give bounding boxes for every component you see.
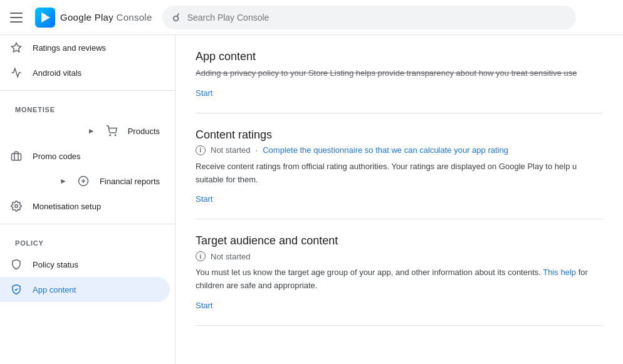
main-content: App content Adding a privacy policy to y… bbox=[175, 35, 623, 364]
sidebar-item-label: Promo codes bbox=[33, 152, 81, 161]
star-icon bbox=[10, 41, 23, 54]
logo-icon bbox=[35, 8, 55, 28]
sidebar-item-android-vitals[interactable]: Android vitals bbox=[0, 60, 170, 85]
sidebar-item-label: Monetisation setup bbox=[33, 202, 101, 211]
main-layout: Ratings and reviews Android vitals Monet… bbox=[0, 35, 623, 364]
chevron-right-icon: ► bbox=[60, 177, 67, 185]
content-ratings-status-row: i Not started · Complete the questionnai… bbox=[196, 145, 603, 155]
app-content-start-link[interactable]: Start bbox=[196, 88, 212, 98]
svg-point-4 bbox=[115, 135, 116, 136]
target-audience-status: Not started bbox=[211, 252, 251, 261]
sidebar-divider bbox=[0, 90, 175, 91]
chevron-right-icon: ► bbox=[88, 127, 95, 135]
sidebar-item-promo-codes[interactable]: Promo codes bbox=[0, 143, 170, 169]
policy-section-label: Policy bbox=[0, 229, 175, 252]
app-content-section: App content Adding a privacy policy to y… bbox=[196, 50, 603, 113]
separator-dot: · bbox=[256, 145, 258, 155]
sidebar-item-label: Financial reports bbox=[100, 177, 160, 186]
app-content-desc-strikethrough: Adding a privacy policy to your Store Li… bbox=[196, 68, 577, 78]
content-ratings-title: Content ratings bbox=[196, 128, 603, 142]
target-audience-desc-text1: You must let us know the target age grou… bbox=[196, 268, 543, 277]
target-audience-link[interactable]: This help bbox=[543, 268, 576, 277]
sidebar-divider-2 bbox=[0, 224, 175, 224]
sidebar: Ratings and reviews Android vitals Monet… bbox=[0, 35, 175, 364]
content-inner: App content Adding a privacy policy to y… bbox=[175, 35, 623, 341]
sidebar-item-ratings-reviews[interactable]: Ratings and reviews bbox=[0, 35, 170, 60]
promo-icon bbox=[10, 150, 23, 162]
target-audience-desc: You must let us know the target age grou… bbox=[196, 266, 603, 293]
money-icon bbox=[77, 175, 90, 187]
logo-area[interactable]: Google Play Console bbox=[35, 8, 152, 28]
shield-check-icon bbox=[10, 283, 23, 296]
monetise-section-label: Monetise bbox=[0, 96, 175, 118]
sidebar-item-label: Android vitals bbox=[33, 68, 81, 78]
target-audience-start-link[interactable]: Start bbox=[196, 301, 212, 310]
info-icon-2: i bbox=[196, 251, 206, 261]
sidebar-item-label: Policy status bbox=[33, 260, 78, 269]
sidebar-item-policy-status[interactable]: Policy status bbox=[0, 252, 170, 277]
sidebar-item-products[interactable]: ► Products bbox=[0, 118, 170, 143]
target-audience-status-row: i Not started bbox=[196, 251, 603, 261]
search-bar[interactable]: ☌ bbox=[162, 6, 576, 29]
app-content-desc: Adding a privacy policy to your Store Li… bbox=[196, 67, 603, 80]
cart-icon bbox=[105, 125, 118, 137]
vitals-icon bbox=[10, 66, 23, 79]
sidebar-item-label: Ratings and reviews bbox=[33, 43, 106, 53]
content-ratings-section: Content ratings i Not started · Complete… bbox=[196, 113, 603, 220]
questionnaire-link[interactable]: Complete the questionnaire so that we ca… bbox=[263, 145, 508, 155]
svg-rect-5 bbox=[12, 153, 21, 160]
content-ratings-status: Not started bbox=[211, 145, 251, 155]
target-audience-title: Target audience and content bbox=[196, 234, 603, 247]
sidebar-item-monetisation-setup[interactable]: Monetisation setup bbox=[0, 194, 170, 219]
svg-point-3 bbox=[110, 135, 111, 136]
svg-point-9 bbox=[15, 205, 18, 208]
info-icon: i bbox=[196, 145, 206, 155]
search-icon: ☌ bbox=[172, 11, 180, 24]
target-audience-section: Target audience and content i Not starte… bbox=[196, 219, 603, 326]
app-header: Google Play Console ☌ bbox=[0, 0, 623, 35]
shield-icon bbox=[10, 258, 23, 271]
sidebar-item-app-content[interactable]: App content bbox=[0, 277, 170, 302]
sidebar-item-financial-reports[interactable]: ► Financial reports bbox=[0, 169, 170, 194]
content-ratings-start-link[interactable]: Start bbox=[196, 194, 212, 204]
gear-icon bbox=[10, 200, 23, 212]
sidebar-item-label: App content bbox=[33, 285, 76, 294]
search-input[interactable] bbox=[187, 13, 566, 23]
sidebar-item-label: Products bbox=[128, 127, 160, 136]
app-content-title: App content bbox=[196, 50, 603, 63]
menu-button[interactable] bbox=[10, 10, 25, 25]
content-ratings-desc: Receive content ratings from official ra… bbox=[196, 160, 603, 187]
logo-text: Google Play Console bbox=[60, 12, 152, 23]
